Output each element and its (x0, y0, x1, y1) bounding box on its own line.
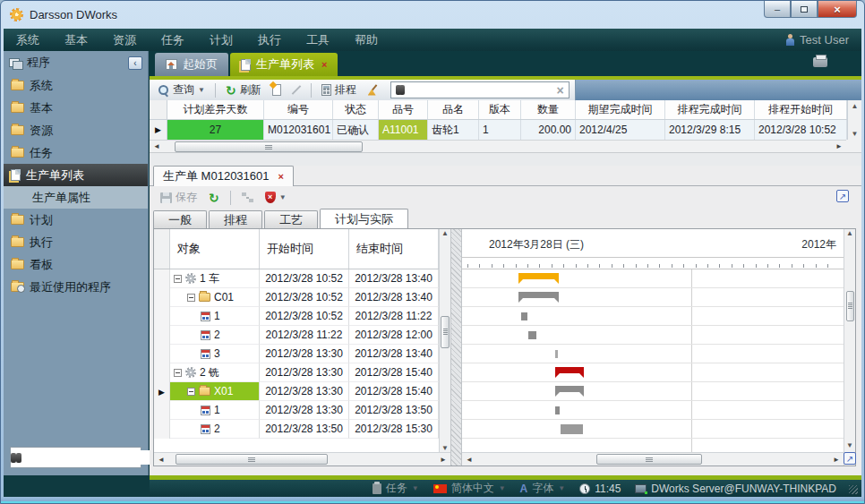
scroll-down-icon[interactable]: ▼ (852, 130, 859, 138)
start-time-cell[interactable]: 2012/3/28 13:30 (260, 382, 349, 401)
scrollbar-track[interactable] (476, 454, 829, 465)
gantt-bar-summary[interactable] (518, 273, 559, 284)
schedule-button[interactable]: 排程 (318, 81, 360, 99)
toolbar-search-clear-icon[interactable]: × (556, 83, 563, 98)
sidebar-item-6[interactable]: 计划 (4, 209, 148, 231)
hierarchy-button[interactable] (238, 191, 257, 204)
start-time-cell[interactable]: 2012/3/28 10:52 (260, 288, 349, 307)
tree-object-cell[interactable]: 2 (170, 420, 260, 439)
scrollbar-thumb[interactable] (175, 141, 363, 152)
sidebar-item-3[interactable]: 任务 (4, 141, 148, 164)
column-header-6[interactable]: 数量 (521, 100, 576, 119)
sidebar-item-2[interactable]: 资源 (4, 119, 148, 141)
tree-row-7[interactable]: 12012/3/28 13:302012/3/28 13:50 (154, 401, 439, 420)
column-header-0[interactable]: 计划差异天数 (167, 100, 264, 119)
start-time-cell[interactable]: 2012/3/28 13:30 (260, 401, 349, 420)
restore-button[interactable] (791, 1, 818, 18)
tree-row-8[interactable]: 22012/3/28 13:502012/3/28 15:30 (154, 420, 439, 439)
close-button[interactable]: × (818, 1, 857, 18)
gantt-bar-task[interactable] (521, 312, 527, 320)
sidebar-search-box[interactable]: × (10, 447, 141, 468)
tree-column-header-1[interactable]: 开始时间 (260, 229, 349, 269)
expander-minus-icon[interactable] (187, 294, 195, 302)
column-header-2[interactable]: 状态 (333, 100, 379, 119)
cell-版本[interactable]: 1 (479, 120, 521, 140)
end-time-cell[interactable]: 2012/3/28 15:40 (349, 363, 439, 382)
save-button[interactable]: 保存 (157, 188, 201, 207)
scroll-up-icon[interactable]: ▲ (441, 229, 449, 237)
menu-item-4[interactable]: 计划 (197, 29, 245, 51)
chevron-down-icon[interactable]: ▼ (412, 484, 419, 492)
printer-icon[interactable] (813, 57, 827, 67)
column-header-1[interactable]: 编号 (264, 100, 333, 119)
sidebar-item-5[interactable]: 生产单属性 (4, 186, 148, 209)
column-header-8[interactable]: 排程完成时间 (665, 100, 755, 119)
column-header-4[interactable]: 品名 (428, 100, 479, 119)
gantt-horizontal-scrollbar[interactable]: ◄ ► (462, 452, 844, 466)
gantt-bar-task[interactable] (555, 350, 558, 358)
tree-object-cell[interactable]: 1 车 (170, 269, 260, 288)
status-item-0[interactable]: 任务▼ (373, 481, 419, 496)
subtab-0[interactable]: 一般 (153, 210, 207, 228)
expander-minus-icon[interactable] (187, 388, 195, 396)
order-document-tab[interactable]: 生产单 M012031601 × (153, 166, 294, 186)
tree-object-cell[interactable]: C01 (170, 288, 260, 307)
cell-排程开始时间[interactable]: 2012/3/28 10:52 (755, 120, 847, 140)
minimize-button[interactable]: – (764, 1, 791, 18)
refresh-button[interactable]: ↻ 刷新 (222, 81, 265, 99)
tab-active-1[interactable]: 生产单列表× (230, 53, 338, 76)
end-time-cell[interactable]: 2012/3/28 13:50 (349, 401, 439, 420)
end-time-cell[interactable]: 2012/3/28 15:40 (349, 382, 439, 401)
scrollbar-thumb[interactable] (441, 316, 450, 348)
menu-item-7[interactable]: 帮助 (342, 29, 390, 51)
tree-object-cell[interactable]: 3 (170, 345, 260, 363)
menu-item-0[interactable]: 系统 (4, 29, 52, 51)
menu-item-6[interactable]: 工具 (294, 29, 342, 51)
sidebar-item-8[interactable]: 看板 (4, 253, 148, 276)
chevron-down-icon[interactable]: ▼ (499, 484, 506, 492)
tree-object-cell[interactable]: 1 (170, 401, 260, 420)
scrollbar-track[interactable] (164, 141, 832, 152)
tree-row-4[interactable]: 32012/3/28 13:302012/3/28 13:40 (154, 345, 439, 363)
start-time-cell[interactable]: 2012/3/28 10:52 (260, 307, 349, 326)
scroll-up-icon[interactable]: ▲ (852, 102, 859, 110)
gantt-expand-icon[interactable]: ↗ (844, 452, 856, 465)
tree-row-2[interactable]: 12012/3/28 10:522012/3/28 11:22 (154, 307, 439, 326)
menu-item-1[interactable]: 基本 (52, 29, 100, 51)
end-time-cell[interactable]: 2012/3/28 11:22 (349, 307, 439, 326)
start-time-cell[interactable]: 2012/3/28 13:30 (260, 345, 349, 363)
cell-品号[interactable]: A11001 (379, 120, 428, 140)
tree-object-cell[interactable]: 2 (170, 326, 260, 345)
end-time-cell[interactable]: 2012/3/28 13:40 (349, 345, 439, 363)
scroll-right-icon[interactable]: ► (829, 456, 844, 464)
tree-object-cell[interactable]: 1 (170, 307, 260, 326)
cell-状态[interactable]: 已确认 (333, 120, 379, 140)
orders-grid-vertical-scrollbar[interactable]: ▲▼ (847, 100, 861, 140)
expander-minus-icon[interactable] (174, 369, 182, 377)
tree-column-header-2[interactable]: 结束时间 (349, 229, 439, 269)
gantt-bar-summary[interactable] (555, 386, 584, 397)
gantt-bar-solid[interactable] (561, 424, 583, 434)
scroll-left-icon[interactable]: ◄ (462, 456, 476, 464)
detail-refresh-button[interactable]: ↻ (205, 191, 223, 205)
orders-grid-horizontal-scrollbar[interactable]: ◄ ► (150, 140, 846, 152)
column-header-5[interactable]: 版本 (479, 100, 521, 119)
toolbar-search-box[interactable]: × (390, 81, 570, 98)
tree-row-6[interactable]: ▶X012012/3/28 13:302012/3/28 15:40 (154, 382, 439, 401)
cell-数量[interactable]: 200.00 (521, 120, 576, 140)
scrollbar-thumb[interactable] (176, 454, 328, 465)
scrollbar-thumb[interactable] (846, 291, 854, 321)
status-item-1[interactable]: 简体中文▼ (433, 481, 506, 496)
scroll-down-icon[interactable]: ▼ (846, 441, 853, 449)
subtab-1[interactable]: 排程 (209, 210, 262, 228)
scroll-left-icon[interactable]: ◄ (154, 456, 168, 464)
scrollbar-thumb[interactable] (596, 454, 702, 465)
column-header-9[interactable]: 排程开始时间 (755, 100, 847, 119)
tree-row-0[interactable]: 1 车2012/3/28 10:522012/3/28 13:40 (154, 269, 439, 288)
sidebar-item-9[interactable]: 最近使用的程序 (4, 276, 148, 298)
menu-item-3[interactable]: 任务 (149, 29, 197, 51)
scroll-up-icon[interactable]: ▲ (846, 229, 853, 237)
end-time-cell[interactable]: 2012/3/28 15:30 (349, 420, 439, 439)
column-header-7[interactable]: 期望完成时间 (576, 100, 665, 119)
scroll-right-icon[interactable]: ► (436, 456, 450, 464)
